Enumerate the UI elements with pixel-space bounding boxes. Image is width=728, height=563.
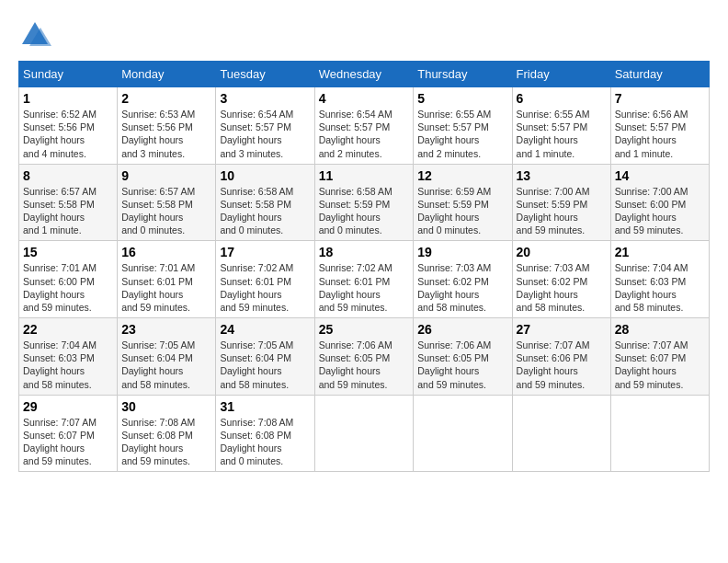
- day-info: Sunrise: 7:08 AMSunset: 6:08 PMDaylight …: [220, 416, 310, 468]
- sunset-line: Sunset: 5:58 PM: [121, 199, 193, 210]
- calendar-cell: 1Sunrise: 6:52 AMSunset: 5:56 PMDaylight…: [19, 87, 118, 165]
- daylight-line: Daylight hours: [517, 212, 578, 223]
- sunset-line: Sunset: 6:07 PM: [615, 352, 687, 363]
- calendar-cell: 5Sunrise: 6:55 AMSunset: 5:57 PMDaylight…: [414, 87, 512, 165]
- sunset-line: Sunset: 5:58 PM: [23, 199, 95, 210]
- day-info: Sunrise: 7:01 AMSunset: 6:00 PMDaylight …: [23, 261, 113, 314]
- day-number: 23: [121, 322, 211, 337]
- sunset-line: Sunset: 6:05 PM: [417, 352, 489, 363]
- sunset-line: Sunset: 5:57 PM: [319, 121, 391, 132]
- day-info: Sunrise: 6:57 AMSunset: 5:58 PMDaylight …: [23, 185, 113, 237]
- day-number: 3: [220, 91, 310, 106]
- day-info: Sunrise: 7:03 AMSunset: 6:02 PMDaylight …: [417, 261, 507, 314]
- calendar-cell: 31Sunrise: 7:08 AMSunset: 6:08 PMDayligh…: [216, 395, 314, 472]
- sunrise-line: Sunrise: 6:55 AM: [517, 109, 590, 120]
- page-header: [18, 18, 710, 52]
- calendar-table: SundayMondayTuesdayWednesdayThursdayFrid…: [18, 61, 710, 472]
- calendar-cell: 2Sunrise: 6:53 AMSunset: 5:56 PMDaylight…: [118, 87, 216, 165]
- sunrise-line: Sunrise: 6:56 AM: [615, 109, 688, 120]
- day-info: Sunrise: 7:05 AMSunset: 6:04 PMDaylight …: [220, 339, 310, 391]
- daylight-detail: and 58 minutes.: [417, 302, 486, 313]
- calendar-cell: 14Sunrise: 7:00 AMSunset: 6:00 PMDayligh…: [610, 164, 709, 241]
- daylight-line: Daylight hours: [615, 212, 677, 223]
- daylight-detail: and 4 minutes.: [23, 148, 86, 159]
- daylight-line: Daylight hours: [417, 212, 479, 223]
- day-info: Sunrise: 6:58 AMSunset: 5:58 PMDaylight …: [220, 185, 310, 237]
- sunrise-line: Sunrise: 7:05 AM: [220, 339, 293, 350]
- sunrise-line: Sunrise: 7:02 AM: [220, 262, 293, 273]
- daylight-line: Daylight hours: [517, 134, 578, 145]
- calendar-cell: 10Sunrise: 6:58 AMSunset: 5:58 PMDayligh…: [216, 164, 314, 241]
- daylight-line: Daylight hours: [220, 365, 281, 376]
- calendar-week-4: 22Sunrise: 7:04 AMSunset: 6:03 PMDayligh…: [19, 318, 710, 396]
- daylight-detail: and 1 minute.: [517, 148, 575, 159]
- sunrise-line: Sunrise: 7:03 AM: [517, 262, 590, 273]
- weekday-header-tuesday: Tuesday: [216, 62, 314, 87]
- daylight-detail: and 59 minutes.: [319, 302, 388, 313]
- daylight-detail: and 59 minutes.: [417, 379, 486, 390]
- calendar-cell: 21Sunrise: 7:04 AMSunset: 6:03 PMDayligh…: [610, 241, 709, 318]
- daylight-line: Daylight hours: [417, 289, 479, 300]
- sunrise-line: Sunrise: 6:57 AM: [121, 186, 195, 197]
- day-number: 12: [417, 168, 507, 183]
- sunrise-line: Sunrise: 7:01 AM: [121, 262, 195, 273]
- daylight-detail: and 1 minute.: [615, 148, 674, 159]
- daylight-detail: and 58 minutes.: [23, 379, 92, 390]
- sunset-line: Sunset: 6:06 PM: [517, 352, 588, 363]
- calendar-cell: 25Sunrise: 7:06 AMSunset: 6:05 PMDayligh…: [314, 318, 414, 396]
- logo: [18, 18, 55, 52]
- sunset-line: Sunset: 5:59 PM: [517, 199, 588, 210]
- day-number: 19: [417, 245, 507, 259]
- sunrise-line: Sunrise: 7:04 AM: [23, 339, 97, 350]
- calendar-cell: [512, 395, 610, 472]
- calendar-cell: 8Sunrise: 6:57 AMSunset: 5:58 PMDaylight…: [19, 164, 118, 241]
- day-info: Sunrise: 6:56 AMSunset: 5:57 PMDaylight …: [615, 108, 705, 160]
- calendar-cell: 16Sunrise: 7:01 AMSunset: 6:01 PMDayligh…: [118, 241, 216, 318]
- day-info: Sunrise: 7:05 AMSunset: 6:04 PMDaylight …: [121, 339, 211, 391]
- day-number: 28: [615, 322, 705, 337]
- daylight-line: Daylight hours: [220, 134, 281, 145]
- day-number: 21: [615, 245, 705, 259]
- day-number: 6: [517, 91, 607, 106]
- day-number: 4: [319, 91, 410, 106]
- day-number: 1: [23, 91, 113, 106]
- daylight-detail: and 3 minutes.: [220, 148, 283, 159]
- day-info: Sunrise: 7:00 AMSunset: 6:00 PMDaylight …: [615, 185, 705, 237]
- daylight-line: Daylight hours: [319, 289, 381, 300]
- daylight-detail: and 59 minutes.: [517, 224, 586, 236]
- day-number: 31: [220, 399, 310, 414]
- daylight-line: Daylight hours: [121, 365, 183, 376]
- sunrise-line: Sunrise: 6:55 AM: [417, 109, 491, 120]
- sunrise-line: Sunrise: 7:08 AM: [220, 417, 293, 428]
- calendar-cell: 9Sunrise: 6:57 AMSunset: 5:58 PMDaylight…: [118, 164, 216, 241]
- daylight-line: Daylight hours: [417, 134, 479, 145]
- logo-icon: [18, 18, 51, 52]
- sunrise-line: Sunrise: 6:58 AM: [319, 186, 392, 197]
- day-info: Sunrise: 6:58 AMSunset: 5:59 PMDaylight …: [319, 185, 410, 237]
- day-number: 25: [319, 322, 410, 337]
- daylight-line: Daylight hours: [23, 289, 85, 300]
- day-info: Sunrise: 6:59 AMSunset: 5:59 PMDaylight …: [417, 185, 507, 237]
- weekday-header-thursday: Thursday: [414, 62, 512, 87]
- daylight-line: Daylight hours: [319, 134, 381, 145]
- day-number: 20: [517, 245, 607, 259]
- day-info: Sunrise: 6:57 AMSunset: 5:58 PMDaylight …: [121, 185, 211, 237]
- sunrise-line: Sunrise: 6:53 AM: [121, 109, 195, 120]
- daylight-line: Daylight hours: [319, 365, 381, 376]
- calendar-cell: 15Sunrise: 7:01 AMSunset: 6:00 PMDayligh…: [19, 241, 118, 318]
- day-info: Sunrise: 7:07 AMSunset: 6:07 PMDaylight …: [615, 339, 705, 391]
- calendar-week-2: 8Sunrise: 6:57 AMSunset: 5:58 PMDaylight…: [19, 164, 710, 241]
- daylight-line: Daylight hours: [319, 212, 381, 223]
- day-number: 11: [319, 168, 410, 183]
- sunrise-line: Sunrise: 6:58 AM: [220, 186, 293, 197]
- day-number: 18: [319, 245, 410, 259]
- calendar-cell: 23Sunrise: 7:05 AMSunset: 6:04 PMDayligh…: [118, 318, 216, 396]
- day-info: Sunrise: 7:02 AMSunset: 6:01 PMDaylight …: [220, 261, 310, 314]
- calendar-cell: 22Sunrise: 7:04 AMSunset: 6:03 PMDayligh…: [19, 318, 118, 396]
- daylight-detail: and 58 minutes.: [517, 302, 586, 313]
- day-info: Sunrise: 7:07 AMSunset: 6:06 PMDaylight …: [517, 339, 607, 391]
- day-info: Sunrise: 7:00 AMSunset: 5:59 PMDaylight …: [517, 185, 607, 237]
- daylight-line: Daylight hours: [517, 289, 578, 300]
- sunset-line: Sunset: 6:02 PM: [417, 276, 489, 287]
- sunrise-line: Sunrise: 7:04 AM: [615, 262, 688, 273]
